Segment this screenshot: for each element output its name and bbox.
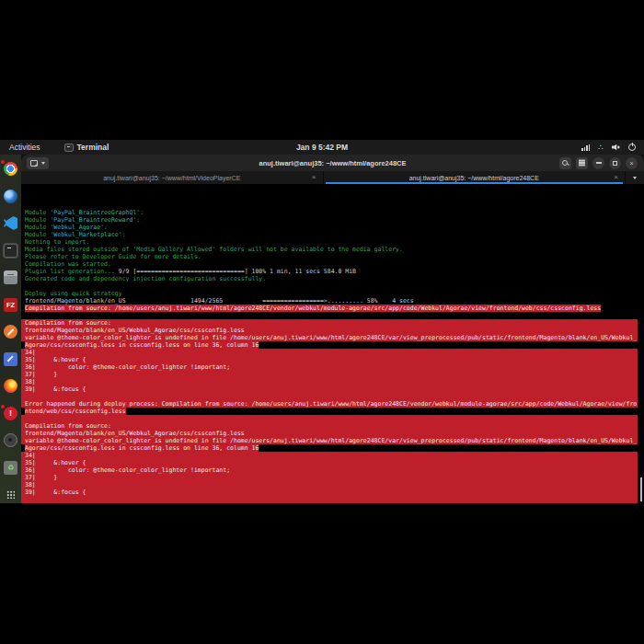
- clock-button[interactable]: Jan 9 5:42 PM: [296, 143, 348, 152]
- terminal-line: 38|: [21, 481, 638, 489]
- terminal-text: 'PayPal_BraintreeGraphQl': [50, 209, 140, 216]
- terminal-text: 36| color: @theme-color_color_lighter !i…: [25, 466, 230, 474]
- terminal-text: Module: [25, 209, 50, 216]
- tab-list-button[interactable]: [626, 171, 644, 184]
- new-tab-button[interactable]: [27, 157, 49, 169]
- system-status-area[interactable]: ∴: [581, 144, 636, 151]
- alert-logo: !: [4, 407, 17, 420]
- tab-close-icon[interactable]: ×: [312, 174, 316, 181]
- terminal-line: [21, 282, 638, 290]
- terminal-text: Nothing to import.: [25, 238, 89, 246]
- alert-icon[interactable]: !: [3, 406, 18, 421]
- terminal-line: 38|: [21, 378, 638, 385]
- terminal-text: 'Webkul_Agorae': [50, 224, 104, 231]
- show-apps-icon[interactable]: [3, 487, 18, 502]
- search-icon: [562, 159, 569, 167]
- files-icon[interactable]: [3, 270, 18, 285]
- browser-icon[interactable]: [3, 189, 18, 204]
- gnome-top-bar: Activities Terminal Jan 9 5:42 PM ∴: [0, 140, 644, 155]
- terminal-line: 39| &:focus {: [21, 489, 638, 496]
- terminal-line: 36| color: @theme-color_color_lighter !i…: [21, 466, 638, 474]
- terminal-text: Module: [25, 216, 50, 224]
- terminal-text: Generated code and dependency injection …: [25, 275, 266, 282]
- terminal-line: Please refer to Developer Guide for more…: [21, 253, 638, 260]
- terminal-output[interactable]: Module 'PayPal_BraintreeGraphQl':Module …: [21, 184, 644, 503]
- window-controls: ×: [559, 157, 638, 169]
- tab-bar: anuj.tiwari@anuj35: ~/www/html/VideoPlay…: [21, 171, 644, 184]
- terminal-app-icon: [64, 144, 74, 152]
- notes-icon[interactable]: [3, 351, 18, 367]
- signal-icon: [581, 144, 590, 151]
- terminal-text: 39| &:focus {: [25, 489, 86, 496]
- new-tab-icon: [30, 160, 38, 167]
- minimize-button[interactable]: [592, 157, 604, 169]
- terminal-text: Compilation was started.: [25, 260, 111, 268]
- terminal-text: 36| color: @theme-color_color_lighter !i…: [25, 363, 230, 371]
- desktop: Activities Terminal Jan 9 5:42 PM ∴ FZ !…: [0, 140, 644, 503]
- terminal-line: Agorae/css/cssconfig.less in cssconfig.l…: [21, 341, 638, 349]
- terminal-line: [21, 496, 638, 503]
- focused-app-menu[interactable]: Terminal: [64, 143, 109, 152]
- maximize-button[interactable]: [609, 157, 621, 169]
- firefox-logo: [4, 379, 17, 393]
- firefox-icon[interactable]: [3, 378, 18, 394]
- chevron-down-icon: [633, 177, 637, 179]
- terminal-line: Compilation from source:: [21, 319, 638, 327]
- terminal-text: Please refer to Developer Guide for more…: [25, 253, 201, 260]
- terminal-text: ntend/web/css/cssconfig.less: [25, 408, 126, 415]
- terminal-text: frontend/Magento/blank/en_US/Webkul_Agor…: [25, 327, 245, 334]
- trash-icon[interactable]: ♻: [3, 460, 18, 476]
- terminal-text: Media files stored outside of 'Media Gal…: [25, 246, 403, 253]
- terminal-line: Module 'PayPal_BraintreeGraphQl':: [21, 209, 638, 216]
- terminal-line: 37| }: [21, 371, 638, 378]
- terminal-line: 34|: [21, 452, 638, 459]
- terminal-text: Compilation from source:: [25, 319, 111, 327]
- draw-icon[interactable]: [3, 324, 18, 339]
- terminal-text: frontend/Magento/blank/en_US 1494/2565 =…: [25, 297, 414, 305]
- terminal-line: frontend/Magento/blank/en_US/Webkul_Agor…: [21, 327, 638, 334]
- terminal-text: Plugin list generation...: [25, 268, 119, 275]
- terminal-line: Compilation from source: /home/users/anu…: [21, 305, 638, 312]
- window-titlebar[interactable]: anuj.tiwari@anuj35: ~/www/html/agore248C…: [21, 155, 644, 171]
- terminal-text: Error happened during deploy process: Co…: [25, 400, 637, 408]
- vscode-logo: [4, 216, 17, 230]
- terminal-line: frontend/Magento/blank/en_US/Webkul_Agor…: [21, 430, 638, 437]
- tab-videoplayerce[interactable]: anuj.tiwari@anuj35: ~/www/html/VideoPlay…: [21, 171, 324, 184]
- terminal-text: 9/9 [==============================] 100…: [119, 268, 356, 275]
- chrome-icon[interactable]: [3, 161, 18, 177]
- activities-button[interactable]: Activities: [9, 143, 40, 152]
- network-icon: ∴: [598, 144, 604, 151]
- terminal-icon[interactable]: [3, 243, 18, 259]
- terminal-line: Compilation from source:: [21, 422, 638, 430]
- camera-icon[interactable]: [3, 432, 18, 448]
- close-button[interactable]: ×: [626, 157, 638, 169]
- terminal-text: 37| }: [25, 371, 57, 378]
- terminal-text: 38|: [25, 481, 36, 489]
- terminal-text: :: [104, 224, 108, 231]
- tab-agore248ce[interactable]: anuj.tiwari@anuj35: ~/www/html/agore248C…: [324, 171, 627, 184]
- search-button[interactable]: [559, 157, 571, 169]
- files-logo: [4, 270, 17, 284]
- terminal-line: Nothing to import.: [21, 238, 638, 246]
- terminal-text: Module: [25, 224, 50, 231]
- terminal-line: 34|: [21, 349, 638, 356]
- terminal-text: 34|: [25, 349, 36, 356]
- vscode-icon[interactable]: [3, 215, 18, 231]
- terminal-line: [21, 415, 638, 422]
- terminal-line: Plugin list generation... 9/9 [=========…: [21, 268, 638, 275]
- terminal-line: Compilation was started.: [21, 260, 638, 268]
- scrollbar-thumb[interactable]: [640, 477, 642, 501]
- terminal-text: 37| }: [25, 474, 57, 481]
- terminal-line: Error happened during deploy process: Co…: [21, 400, 638, 408]
- tab-close-icon[interactable]: ×: [614, 174, 618, 181]
- terminal-text: Agorae/css/cssconfig.less in cssconfig.l…: [25, 444, 259, 452]
- menu-button[interactable]: [576, 157, 588, 169]
- terminal-logo: [4, 244, 17, 258]
- tab-title: anuj.tiwari@anuj35: ~/www/html/agore248C…: [409, 175, 539, 181]
- terminal-text: Compilation from source:: [25, 422, 111, 430]
- power-icon: [628, 144, 636, 151]
- chrome-logo: [4, 162, 17, 176]
- terminal-text: :: [122, 231, 126, 238]
- trash-logo: ♻: [4, 461, 17, 475]
- filezilla-icon[interactable]: FZ: [3, 297, 18, 313]
